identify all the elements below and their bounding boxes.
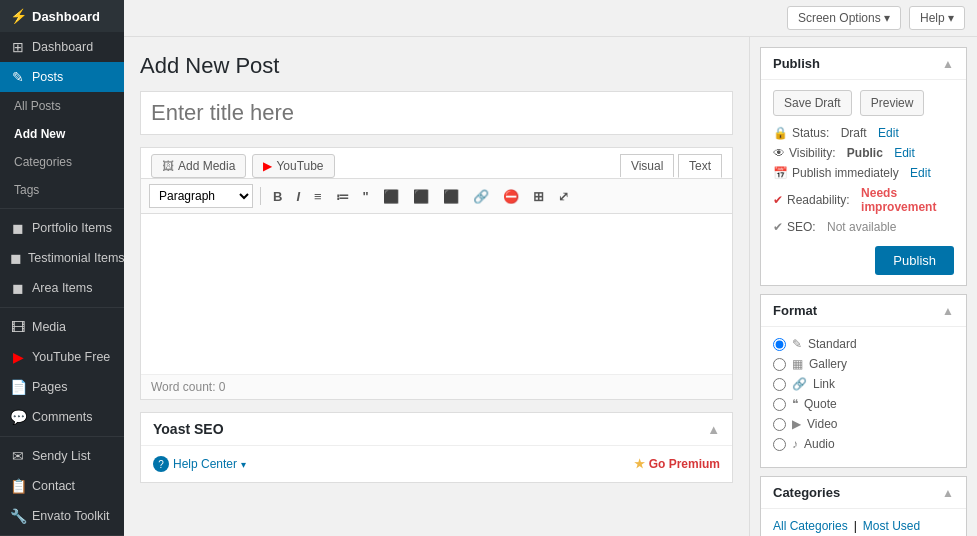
sidebar-item-portfolio-items[interactable]: ◼ Portfolio Items xyxy=(0,213,124,243)
categories-box-title: Categories xyxy=(773,485,840,500)
align-left-button[interactable]: ⬛ xyxy=(378,186,404,207)
format-radio-link[interactable] xyxy=(773,378,786,391)
sidebar-item-label: Area Items xyxy=(32,281,92,295)
publish-button[interactable]: Publish xyxy=(875,246,954,275)
publish-time-edit-link[interactable]: Edit xyxy=(910,166,931,180)
sidebar-item-categories[interactable]: Categories xyxy=(0,148,124,176)
text-tab[interactable]: Text xyxy=(678,154,722,178)
align-right-button[interactable]: ⬛ xyxy=(438,186,464,207)
youtube-icon: ▶ xyxy=(10,349,26,365)
publish-box-header[interactable]: Publish ▲ xyxy=(761,48,966,80)
sidebar-item-add-new[interactable]: Add New xyxy=(0,120,124,148)
area-icon: ◼ xyxy=(10,280,26,296)
calendar-icon: 📅 xyxy=(773,166,788,180)
chevron-down-icon: ▾ xyxy=(241,459,246,470)
format-option-quote: ❝ Quote xyxy=(773,397,954,411)
portfolio-icon: ◼ xyxy=(10,220,26,236)
yoast-header[interactable]: Yoast SEO ▲ xyxy=(141,413,732,446)
sidebar-item-comments[interactable]: 💬 Comments xyxy=(0,402,124,432)
readability-value: Needs improvement xyxy=(861,186,954,214)
pages-icon: 📄 xyxy=(10,379,26,395)
format-box-header[interactable]: Format ▲ xyxy=(761,295,966,327)
yoast-toggle-icon: ▲ xyxy=(707,422,720,437)
seo-row: ✔ SEO: Not available xyxy=(773,220,954,234)
visibility-edit-link[interactable]: Edit xyxy=(894,146,915,160)
align-center-button[interactable]: ⬛ xyxy=(408,186,434,207)
publish-box-title: Publish xyxy=(773,56,820,71)
bold-button[interactable]: B xyxy=(268,186,287,207)
sidebar-item-area-items[interactable]: ◼ Area Items xyxy=(0,273,124,303)
sidebar-item-label: Categories xyxy=(14,155,72,169)
contact-icon: 📋 xyxy=(10,478,26,494)
sidebar-header[interactable]: ⚡ Dashboard xyxy=(0,0,124,32)
insert-table-button[interactable]: ⊞ xyxy=(528,186,549,207)
sidebar-item-tags[interactable]: Tags xyxy=(0,176,124,204)
format-label-quote: Quote xyxy=(804,397,837,411)
unlink-button[interactable]: ⛔ xyxy=(498,186,524,207)
gallery-format-icon: ▦ xyxy=(792,357,803,371)
ordered-list-button[interactable]: ≔ xyxy=(331,186,354,207)
sidebar-item-posts[interactable]: ✎ Posts xyxy=(0,62,124,92)
publish-box-toggle-icon: ▲ xyxy=(942,57,954,71)
sidebar-item-label: All Posts xyxy=(14,99,61,113)
sidebar-item-label: Dashboard xyxy=(32,40,93,54)
format-option-standard: ✎ Standard xyxy=(773,337,954,351)
format-box-title: Format xyxy=(773,303,817,318)
sidebar-item-pages[interactable]: 📄 Pages xyxy=(0,372,124,402)
go-premium-link[interactable]: ★ Go Premium xyxy=(634,457,720,471)
editor-column: Add New Post 🖼 Add Media ▶ YouTube xyxy=(124,37,749,536)
format-radio-video[interactable] xyxy=(773,418,786,431)
sidebar-item-testimonial-items[interactable]: ◼ Testimonial Items xyxy=(0,243,124,273)
sidebar-item-label: YouTube Free xyxy=(32,350,110,364)
more-toolbar-button[interactable]: ⤢ xyxy=(553,186,574,207)
sidebar-item-label: Media xyxy=(32,320,66,334)
yoast-help-link[interactable]: ? Help Center ▾ xyxy=(153,456,246,472)
categories-box-header[interactable]: Categories ▲ xyxy=(761,477,966,509)
save-draft-button[interactable]: Save Draft xyxy=(773,90,852,116)
sidebar-item-media[interactable]: 🎞 Media xyxy=(0,312,124,342)
all-categories-link[interactable]: All Categories xyxy=(773,519,848,533)
audio-format-icon: ♪ xyxy=(792,437,798,451)
format-radio-quote[interactable] xyxy=(773,398,786,411)
status-edit-link[interactable]: Edit xyxy=(878,126,899,140)
word-count: Word count: 0 xyxy=(141,374,732,399)
readability-row: ✔ Readability: Needs improvement xyxy=(773,186,954,214)
format-radio-gallery[interactable] xyxy=(773,358,786,371)
sidebar-item-envato-toolkit[interactable]: 🔧 Envato Toolkit xyxy=(0,501,124,531)
sidebar-item-label: Posts xyxy=(32,70,63,84)
categories-box: Categories ▲ All Categories | Most Used xyxy=(760,476,967,536)
post-title-input[interactable] xyxy=(140,91,733,135)
publish-box-body: Save Draft Preview 🔒 Status: Draft Edit … xyxy=(761,80,966,285)
format-option-video: ▶ Video xyxy=(773,417,954,431)
yoast-body: ? Help Center ▾ ★ Go Premium xyxy=(141,446,732,482)
sidebar-item-dashboard[interactable]: ⊞ Dashboard xyxy=(0,32,124,62)
unordered-list-button[interactable]: ≡ xyxy=(309,186,327,207)
preview-button[interactable]: Preview xyxy=(860,90,925,116)
format-radio-standard[interactable] xyxy=(773,338,786,351)
format-label-gallery: Gallery xyxy=(809,357,847,371)
page-title: Add New Post xyxy=(140,53,733,79)
sidebar-item-label: Portfolio Items xyxy=(32,221,112,235)
most-used-link[interactable]: Most Used xyxy=(863,519,920,533)
format-radio-audio[interactable] xyxy=(773,438,786,451)
sidebar-divider-1 xyxy=(0,208,124,209)
sidebar-item-label: Add New xyxy=(14,127,65,141)
help-button[interactable]: Help ▾ xyxy=(909,6,965,30)
editor-body[interactable] xyxy=(141,214,732,374)
screen-options-button[interactable]: Screen Options ▾ xyxy=(787,6,901,30)
toolbar-sep-1 xyxy=(260,187,261,205)
add-media-button[interactable]: 🖼 Add Media xyxy=(151,154,246,178)
sidebar-item-youtube-free[interactable]: ▶ YouTube Free xyxy=(0,342,124,372)
sidebar-item-all-posts[interactable]: All Posts xyxy=(0,92,124,120)
italic-button[interactable]: I xyxy=(291,186,305,207)
youtube-button[interactable]: ▶ YouTube xyxy=(252,154,334,178)
format-label-audio: Audio xyxy=(804,437,835,451)
sidebar-item-label: Testimonial Items xyxy=(28,251,124,265)
format-select[interactable]: Paragraph xyxy=(149,184,253,208)
link-button[interactable]: 🔗 xyxy=(468,186,494,207)
sidebar-header-label: Dashboard xyxy=(32,9,100,24)
visual-tab[interactable]: Visual xyxy=(620,154,674,177)
blockquote-button[interactable]: " xyxy=(358,186,374,207)
sidebar-item-sendy-list[interactable]: ✉ Sendy List xyxy=(0,441,124,471)
sidebar-item-contact[interactable]: 📋 Contact xyxy=(0,471,124,501)
